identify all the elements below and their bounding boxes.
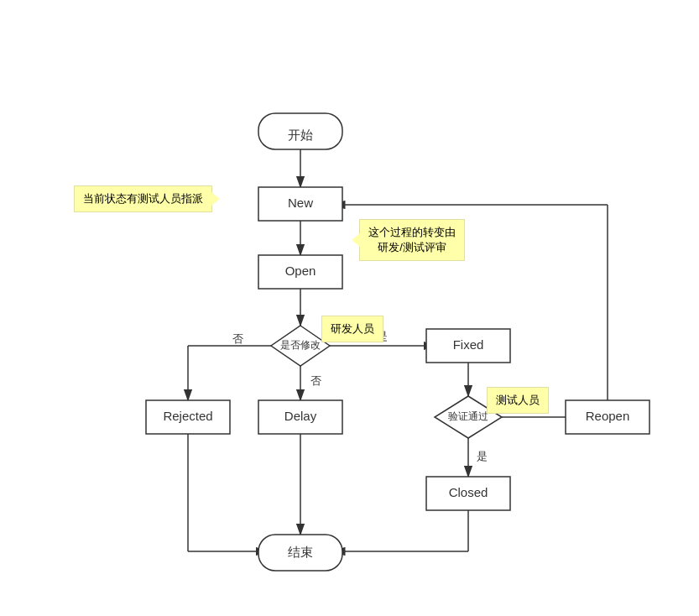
open-label: Open [285,264,316,278]
label-no1: 否 [232,332,243,345]
label-yes2: 是 [477,450,488,462]
fixed-label: Fixed [453,337,484,352]
diamond-label: 是否修改 [280,339,321,351]
transition-note: 这个过程的转变由 研发/测试评审 [359,219,465,261]
dev-note: 研发人员 [321,316,383,342]
start-label: 开始 [288,128,313,142]
label-no2: 否 [310,374,321,387]
tester-note: 测试人员 [487,387,549,414]
end-label: 结束 [288,545,313,559]
assign-note: 当前状态有测试人员指派 [74,185,212,212]
delay-label: Delay [284,409,317,423]
verify-label: 验证通过 [448,410,488,422]
closed-label: Closed [449,485,488,499]
reopen-label: Reopen [586,409,630,423]
rejected-label: Rejected [163,409,212,423]
new-label: New [288,196,313,210]
